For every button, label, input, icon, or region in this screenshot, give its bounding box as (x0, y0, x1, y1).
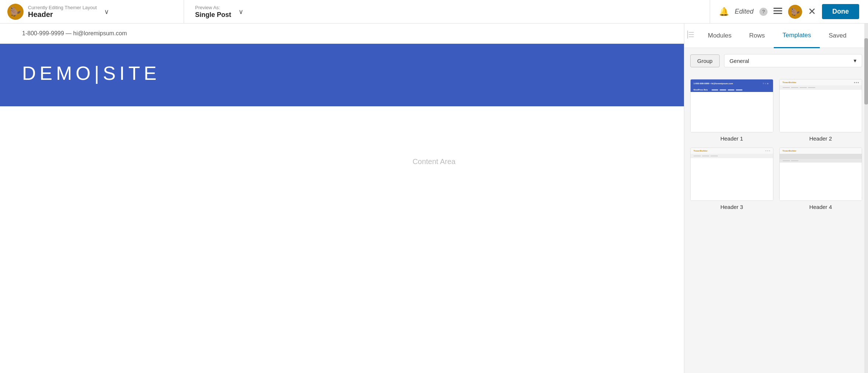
notifications-icon[interactable]: 🔔 (719, 7, 729, 17)
content-area-label: Content Area (413, 157, 456, 166)
close-icon[interactable]: ✕ (808, 6, 816, 17)
template-label-h1: Header 1 (720, 135, 743, 142)
thumb-h2-top: TowerBuilder (780, 79, 862, 85)
template-label-h3: Header 3 (720, 204, 743, 210)
thumb-h3-body (691, 158, 773, 200)
help-icon[interactable]: ? (759, 8, 768, 16)
thumb-h1-nav: WordPress Beta (691, 88, 773, 92)
thumb-h2-lines (780, 85, 862, 90)
side-panel: Modules Rows Templates Saved Group Gener… (684, 24, 868, 373)
svg-rect-5 (689, 34, 694, 35)
tab-rows[interactable]: Rows (740, 24, 774, 47)
tab-templates[interactable]: Templates (774, 24, 820, 48)
svg-rect-1 (773, 10, 782, 11)
panel-side-icon (687, 31, 694, 41)
template-header-1[interactable]: 1-800-999-9999 • hi@loremipsum.com f t i… (690, 79, 773, 142)
thumb-h4-body (780, 163, 862, 200)
panel-scrollbar-thumb[interactable] (864, 38, 868, 104)
group-button[interactable]: Group (690, 54, 720, 67)
user-avatar[interactable]: 🦫 (788, 5, 802, 19)
panel-scrollbar[interactable] (864, 24, 868, 373)
edited-status: Edited (735, 8, 754, 15)
template-label-h4: Header 4 (809, 204, 832, 210)
svg-rect-0 (773, 8, 782, 9)
tab-modules[interactable]: Modules (699, 24, 740, 47)
thumb-h2-logo: TowerBuilder (783, 81, 797, 84)
thumb-h1-topbar: 1-800-999-9999 • hi@loremipsum.com f t i… (691, 79, 773, 88)
editing-dropdown-icon[interactable]: ∨ (104, 8, 109, 16)
top-bar: 🦫 Currently Editing Themer Layout Header… (0, 0, 868, 24)
panel-content: 1-800-999-9999 • hi@loremipsum.com f t i… (684, 73, 868, 373)
demo-site-logo: DEMO|SITE (22, 62, 160, 84)
preview-label: Preview As: (195, 5, 231, 10)
template-header-2[interactable]: TowerBuilder (779, 79, 862, 142)
tab-saved[interactable]: Saved (820, 24, 855, 47)
editing-info: Currently Editing Themer Layout Header (28, 5, 97, 19)
templates-grid: 1-800-999-9999 • hi@loremipsum.com f t i… (690, 79, 862, 210)
thumb-h4-logo: TowerBuilder (783, 150, 797, 152)
svg-rect-6 (689, 36, 694, 37)
thumb-h2-dots (854, 82, 859, 83)
thumb-h3-lines (691, 154, 773, 158)
preview-value: Single Post (195, 11, 231, 19)
template-thumb-h4: TowerBuilder (779, 148, 862, 201)
template-header-4[interactable]: TowerBuilder Header 4 (779, 148, 862, 210)
template-header-3[interactable]: TowerBuilder (690, 148, 773, 210)
thumb-h3-logo: TowerBuilder (694, 150, 708, 152)
filter-dropdown-icon: ▾ (854, 57, 857, 64)
template-thumb-h2: TowerBuilder (779, 79, 862, 132)
thumb-h4-top: TowerBuilder (780, 148, 862, 154)
canvas-area: 1-800-999-9999 — hi@loremipsum.com DEMO|… (0, 24, 868, 373)
template-thumb-h3: TowerBuilder (690, 148, 773, 201)
done-button[interactable]: Done (822, 4, 859, 19)
filter-select[interactable]: General ▾ (724, 54, 862, 67)
menu-lines-icon[interactable] (773, 7, 782, 17)
thumb-h4-gray-bar (780, 154, 862, 159)
panel-tabs: Modules Rows Templates Saved (684, 24, 868, 48)
svg-rect-2 (773, 13, 782, 14)
filter-value: General (730, 58, 749, 64)
editor-context: 🦫 Currently Editing Themer Layout Header… (0, 0, 184, 23)
thumb-h2-body (780, 90, 862, 132)
editing-label: Currently Editing Themer Layout (28, 5, 97, 10)
editing-title: Header (28, 10, 97, 19)
contact-info: 1-800-999-9999 — hi@loremipsum.com (22, 30, 127, 36)
logo-icon[interactable]: 🦫 (7, 4, 24, 20)
svg-rect-4 (689, 32, 694, 33)
preview-section: Preview As: Single Post ∨ (184, 0, 710, 23)
template-label-h2: Header 2 (809, 135, 832, 142)
filter-row: Group General ▾ (684, 48, 868, 73)
template-thumb-h1: 1-800-999-9999 • hi@loremipsum.com f t i… (690, 79, 773, 132)
svg-rect-3 (687, 31, 688, 39)
top-bar-actions: 🔔 Edited ? 🦫 ✕ Done (710, 4, 868, 19)
thumb-h3-top: TowerBuilder (691, 148, 773, 154)
preview-dropdown-icon[interactable]: ∨ (239, 8, 243, 16)
thumb-h1-body (691, 92, 773, 132)
